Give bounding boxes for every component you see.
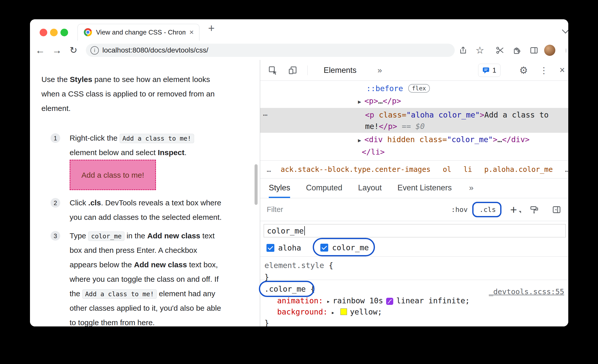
share-icon[interactable]: [457, 44, 469, 56]
checkbox-checked-icon[interactable]: [266, 244, 274, 252]
breadcrumb-item[interactable]: li: [464, 165, 472, 174]
browser-tab[interactable]: View and change CSS - Chrom ×: [77, 24, 199, 41]
add-new-class-row: color_me: [260, 221, 568, 239]
tab-computed[interactable]: Computed: [306, 178, 342, 198]
class-input-value: color_me: [267, 226, 304, 235]
checkbox-checked-icon[interactable]: [320, 244, 328, 252]
node-more-actions-icon[interactable]: ⋯: [263, 109, 268, 121]
step-number: 2: [51, 198, 60, 208]
dom-node-div-hidden[interactable]: ▶ <div hidden class="color_me">…</div>: [260, 133, 568, 146]
breadcrumb-overflow-left[interactable]: …: [267, 165, 271, 174]
tab-event-listeners[interactable]: Event Listeners: [398, 178, 452, 198]
back-button[interactable]: ←: [34, 44, 46, 56]
profile-avatar[interactable]: [544, 45, 555, 56]
text-caret: [304, 226, 305, 235]
toggle-element-state-button[interactable]: :hov: [451, 206, 468, 213]
filter-input[interactable]: Filter: [267, 205, 283, 214]
dom-node-p-collapsed[interactable]: ▶ <p>…</p>: [260, 95, 568, 107]
title-bar: View and change CSS - Chrom × +: [30, 19, 568, 41]
browser-toolbar: ← → ↻ i localhost:8080/docs/devtools/css…: [30, 41, 568, 60]
tab-layout[interactable]: Layout: [358, 178, 382, 198]
intro-paragraph: Use the Styles pane to see how an elemen…: [41, 72, 260, 115]
chrome-favicon-icon: [84, 28, 92, 36]
color-swatch-yellow[interactable]: [340, 308, 347, 315]
add-new-class-input[interactable]: color_me: [264, 224, 566, 237]
page-scrollbar[interactable]: [255, 164, 258, 205]
dom-node-before[interactable]: ::beforeflex: [260, 82, 568, 95]
minimize-window-button[interactable]: [50, 29, 58, 36]
styles-tab-bar: Styles Computed Layout Event Listeners »: [260, 178, 568, 198]
step-number: 3: [51, 231, 60, 241]
expand-shorthand-icon[interactable]: ▸: [331, 309, 335, 316]
console-messages-button[interactable]: 1: [478, 64, 500, 77]
inspect-element-icon[interactable]: [267, 64, 279, 76]
reload-button[interactable]: ↻: [67, 44, 80, 56]
bookmark-star-icon[interactable]: ☆: [474, 44, 486, 56]
computed-sidebar-toggle-icon[interactable]: [552, 205, 562, 215]
tab-styles[interactable]: Styles: [269, 178, 290, 198]
zoom-window-button[interactable]: [60, 29, 68, 36]
tab-elements[interactable]: Elements: [324, 60, 356, 81]
element-classes-button[interactable]: .cls: [479, 206, 496, 213]
stylesheet-source-link[interactable]: _devtools.scss:55: [489, 286, 564, 298]
breadcrumb-item[interactable]: ack.stack--block.type.center-images: [281, 165, 431, 174]
step-1: 1 Right-click the Add a class to me! ele…: [51, 131, 260, 190]
dom-tree: ::beforeflex ▶ <p>…</p> ⋯ <p class="aloh…: [260, 81, 568, 160]
devtools-close-icon[interactable]: ×: [557, 64, 568, 76]
page-content: Use the Styles pane to see how an elemen…: [30, 60, 260, 326]
class-toggle-row: aloha color_me: [260, 239, 568, 257]
tab-list-chevron-icon[interactable]: [562, 26, 568, 34]
more-panels-icon[interactable]: »: [377, 60, 382, 81]
side-panel-icon[interactable]: [528, 44, 540, 56]
step-2: 2 Click .cls. DevTools reveals a text bo…: [51, 195, 260, 224]
url-text: localhost:8080/docs/devtools/css/: [102, 46, 208, 54]
chat-bubble-icon: [482, 67, 490, 74]
expand-shorthand-icon[interactable]: ▸: [327, 298, 330, 305]
breadcrumb-overflow-right[interactable]: …: [565, 165, 568, 174]
class-checkbox-color-me[interactable]: color_me: [320, 243, 369, 252]
breadcrumb-item[interactable]: ol: [443, 165, 451, 174]
devtools-toolbar: Elements » 1 ⚙ ⋮ ×: [260, 60, 568, 81]
devtools-panel: Elements » 1 ⚙ ⋮ × ::beforeflex ▶ <p>…</…: [260, 60, 568, 326]
tab-title: View and change CSS - Chrom: [96, 24, 185, 40]
address-bar[interactable]: i localhost:8080/docs/devtools/css/: [86, 44, 455, 57]
scissors-extension-icon[interactable]: [494, 44, 506, 56]
styles-filter-bar: Filter :hov .cls +: [260, 198, 568, 221]
css-selector[interactable]: .color_me: [264, 285, 306, 293]
browser-menu-icon[interactable]: ⋮: [560, 44, 568, 56]
devtools-menu-icon[interactable]: ⋮: [538, 64, 550, 76]
class-checkbox-aloha[interactable]: aloha: [266, 243, 301, 252]
rendering-emulations-icon[interactable]: [529, 205, 539, 215]
tab-close-icon[interactable]: ×: [187, 28, 196, 37]
demo-element[interactable]: Add a class to me!: [70, 160, 156, 190]
toolbar-divider: [307, 65, 308, 75]
message-count: 1: [492, 67, 496, 74]
settings-gear-icon[interactable]: ⚙: [517, 64, 530, 76]
browser-window: View and change CSS - Chrom × + ← → ↻ i …: [30, 19, 568, 326]
site-info-icon[interactable]: i: [90, 46, 99, 55]
new-tab-button[interactable]: +: [205, 22, 217, 35]
breadcrumb-item-selected[interactable]: p.aloha.color_me: [484, 165, 553, 174]
forward-button[interactable]: →: [51, 44, 63, 56]
dom-node-selected[interactable]: ⋯ <p class="aloha color_me">Add a class …: [260, 108, 568, 133]
close-window-button[interactable]: [40, 29, 47, 36]
device-toolbar-icon[interactable]: [287, 64, 299, 76]
breadcrumb: … ack.stack--block.type.center-images ol…: [260, 160, 568, 178]
new-style-rule-button[interactable]: +: [510, 204, 517, 216]
extensions-puzzle-icon[interactable]: [511, 44, 523, 56]
dom-node-li-close[interactable]: </li>: [260, 146, 568, 158]
color-me-rule: .color_me { _devtools.scss:55 animation:…: [260, 280, 568, 326]
element-style-rule[interactable]: element.style { }: [260, 257, 568, 280]
window-content: Use the Styles pane to see how an elemen…: [30, 60, 568, 326]
animation-timing-icon[interactable]: [386, 298, 393, 305]
step-3: 3 Type color_me in the Add new class tex…: [51, 228, 260, 326]
css-property-background[interactable]: background:▸yellow;: [264, 306, 568, 318]
flex-badge[interactable]: flex: [408, 84, 430, 93]
step-number: 1: [51, 133, 60, 143]
more-tabs-icon[interactable]: »: [469, 178, 474, 198]
